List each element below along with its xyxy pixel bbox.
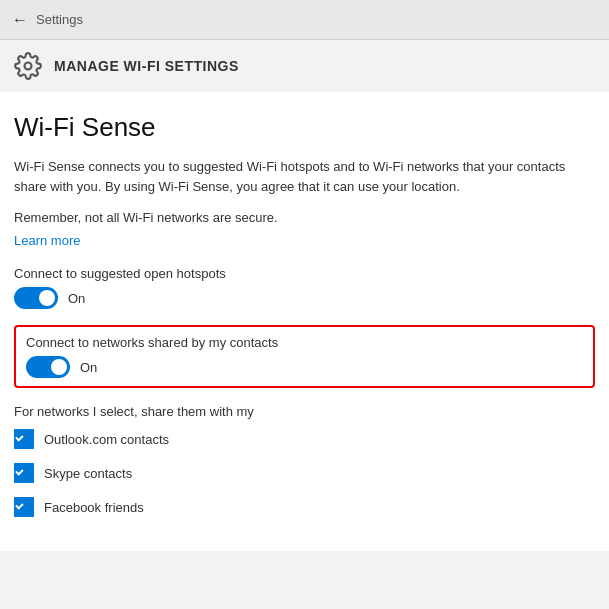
toggle1-row: On [14, 287, 595, 309]
page-title-bar: MANAGE WI-FI SETTINGS [54, 58, 239, 74]
svg-point-0 [25, 63, 32, 70]
toggle1-label: On [68, 291, 85, 306]
gear-icon [14, 52, 42, 80]
remember-text: Remember, not all Wi-Fi networks are sec… [14, 210, 595, 225]
description-text: Wi-Fi Sense connects you to suggested Wi… [14, 157, 595, 196]
checkbox3-row: Facebook friends [14, 497, 595, 517]
toggle1[interactable] [14, 287, 58, 309]
toggle2-row: On [26, 356, 583, 378]
back-button[interactable]: ← [12, 11, 28, 29]
toggle2-thumb [51, 359, 67, 375]
toggle2[interactable] [26, 356, 70, 378]
learn-more-link[interactable]: Learn more [14, 233, 80, 248]
header-bar: ← Settings [0, 0, 609, 40]
checkbox2-row: Skype contacts [14, 463, 595, 483]
toggle1-thumb [39, 290, 55, 306]
setting1-label: Connect to suggested open hotspots [14, 266, 595, 281]
checkbox1-label: Outlook.com contacts [44, 432, 169, 447]
content-area: Wi-Fi Sense Wi-Fi Sense connects you to … [0, 92, 609, 551]
setting2-label: Connect to networks shared by my contact… [26, 335, 583, 350]
checkbox3[interactable] [14, 497, 34, 517]
wifi-sense-title: Wi-Fi Sense [14, 112, 595, 143]
header-label: Settings [36, 12, 83, 27]
checkbox2[interactable] [14, 463, 34, 483]
share-label: For networks I select, share them with m… [14, 404, 595, 419]
toggle2-label: On [80, 360, 97, 375]
checkbox3-label: Facebook friends [44, 500, 144, 515]
checkbox1[interactable] [14, 429, 34, 449]
highlighted-section: Connect to networks shared by my contact… [14, 325, 595, 388]
checkbox2-label: Skype contacts [44, 466, 132, 481]
setting1-row: Connect to suggested open hotspots On [14, 266, 595, 309]
title-bar: MANAGE WI-FI SETTINGS [0, 40, 609, 92]
checkbox1-row: Outlook.com contacts [14, 429, 595, 449]
